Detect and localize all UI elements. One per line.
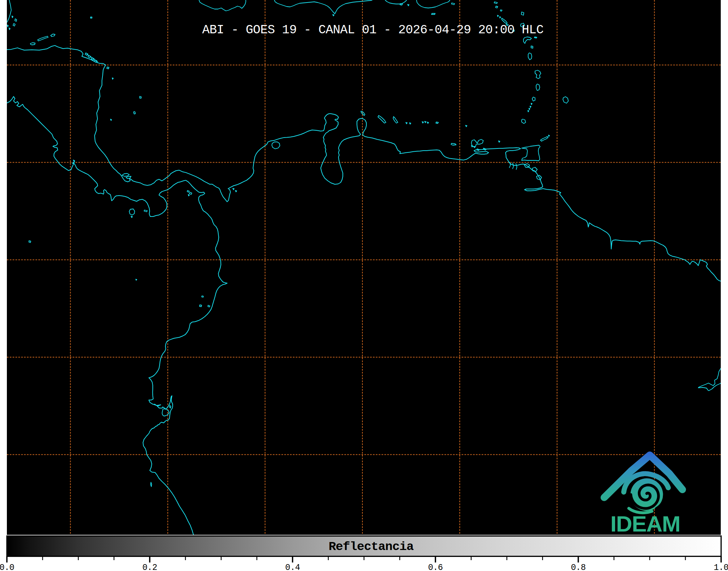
svg-text:0.0: 0.0 xyxy=(0,563,14,571)
svg-text:ABI - GOES 19 - CANAL 01 - 202: ABI - GOES 19 - CANAL 01 - 2026-04-29 20… xyxy=(202,23,543,37)
svg-text:1.0: 1.0 xyxy=(714,563,728,571)
svg-text:IDEAM: IDEAM xyxy=(610,511,680,536)
svg-text:0.2: 0.2 xyxy=(142,563,157,571)
svg-text:0.6: 0.6 xyxy=(428,563,443,571)
svg-text:0.8: 0.8 xyxy=(571,563,586,571)
svg-text:0.4: 0.4 xyxy=(285,563,300,571)
svg-text:Reflectancia: Reflectancia xyxy=(329,540,414,554)
